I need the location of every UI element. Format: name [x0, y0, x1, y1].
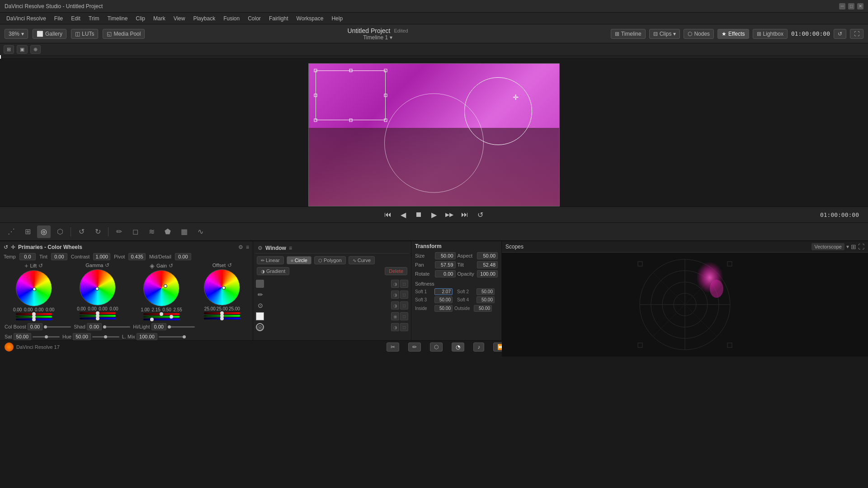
outside-value[interactable]: 50.00 — [474, 305, 492, 312]
prev-frame-button[interactable]: ◀ — [398, 209, 409, 220]
hilight-slider[interactable] — [168, 326, 195, 328]
menu-view[interactable]: View — [170, 14, 189, 23]
gallery-button[interactable]: ⬜ Gallery — [33, 29, 66, 39]
view-btn-2[interactable]: ▣ — [17, 45, 28, 54]
clips-button[interactable]: ⊟ Clips ▾ — [649, 29, 680, 39]
window-expand-icon[interactable]: ≡ — [289, 245, 292, 251]
color-tool-curves[interactable]: ⋰ — [5, 225, 18, 238]
mid-detail-value[interactable]: 0.00 — [175, 253, 191, 260]
tool-visibility-3[interactable]: ◑ — [391, 301, 399, 310]
menu-davinci[interactable]: DaVinci Resolve — [3, 14, 50, 23]
tool-visibility-4[interactable]: ◉ — [391, 312, 399, 320]
tool-option-3[interactable]: □ — [400, 301, 408, 310]
menu-file[interactable]: File — [51, 14, 66, 23]
sat-slider[interactable] — [33, 336, 60, 338]
gamma-slider-b[interactable] — [80, 318, 116, 319]
vectorscope-label[interactable]: Vectorscope — [811, 243, 844, 250]
play-button[interactable]: ▶ — [429, 209, 439, 220]
scope-expand-icon[interactable]: ⛶ — [858, 243, 864, 250]
view-btn-3[interactable]: ⊕ — [30, 45, 41, 54]
soft1-value[interactable]: 2.07 — [434, 288, 453, 295]
delete-window-btn[interactable]: Delete — [385, 267, 407, 275]
effects-button[interactable]: ★ Effects — [717, 29, 749, 39]
color-tool-undo[interactable]: ↺ — [75, 225, 88, 238]
shad-slider[interactable] — [103, 326, 130, 328]
window-settings-icon[interactable]: ⚙ — [258, 245, 263, 251]
scope-layout-icon[interactable]: ⊞ — [851, 243, 856, 250]
soft3-value[interactable]: 50.00 — [434, 296, 453, 303]
lift-reset-icon[interactable]: ↺ — [38, 263, 43, 269]
menu-playback[interactable]: Playback — [189, 14, 219, 23]
hue-value[interactable]: 50.00 — [73, 333, 91, 340]
tool-option-1[interactable]: □ — [400, 280, 408, 288]
col-boost-value[interactable]: 0.00 — [28, 323, 42, 330]
tool-visibility-5[interactable]: ◑ — [391, 323, 399, 331]
zoom-control[interactable]: 38% ▾ — [5, 29, 28, 39]
lmix-value[interactable]: 100.00 — [137, 333, 157, 340]
target-tool-icon[interactable]: ◎ — [256, 323, 264, 331]
pen-tool-icon[interactable]: ✏ — [256, 290, 265, 299]
gradient-shape-btn[interactable]: ◑ Gradient — [257, 267, 289, 275]
primaries-options-icon[interactable]: ⚙ — [238, 244, 243, 250]
color-tool-wave[interactable]: ≋ — [145, 225, 158, 238]
timeline-view-button[interactable]: ⊞ Timeline — [611, 29, 646, 39]
aspect-value[interactable]: 50.00 — [477, 252, 498, 259]
contrast-value[interactable]: 1.000 — [93, 253, 110, 260]
primaries-expand-icon[interactable]: ≡ — [246, 244, 249, 250]
shad-value[interactable]: 0.00 — [87, 323, 102, 330]
color-tool-select[interactable]: ◻ — [128, 225, 142, 238]
menu-trim[interactable]: Trim — [85, 14, 103, 23]
next-frame-button[interactable]: ▶▶ — [444, 209, 455, 220]
minimize-button[interactable]: ─ — [839, 3, 845, 9]
tool-option-4[interactable]: □ — [400, 312, 408, 320]
reset-primaries-icon[interactable]: ↺ — [4, 244, 8, 250]
page-color-btn[interactable]: ◔ — [452, 343, 464, 352]
color-tool-grid[interactable]: ⊞ — [21, 225, 34, 238]
page-fusion-btn[interactable]: ⬡ — [430, 343, 443, 352]
curve-shape-btn[interactable]: ∿ Curve — [349, 256, 375, 264]
lightbox-button[interactable]: ⊞ Lightbox — [753, 29, 788, 39]
offset-slider-b[interactable] — [204, 318, 240, 319]
gamma-reset-icon[interactable]: ↺ — [105, 262, 109, 268]
menu-fusion[interactable]: Fusion — [220, 14, 243, 23]
hue-slider[interactable] — [92, 336, 119, 338]
eyedropper-icon[interactable]: ✛ — [11, 244, 15, 250]
polygon-shape-btn[interactable]: ⬡ Polygon — [314, 256, 346, 264]
eyedropper-tool-icon[interactable]: ⊙ — [256, 301, 265, 310]
lift-add-icon[interactable]: + — [24, 262, 28, 269]
color-tool-hist[interactable]: ▦ — [177, 225, 191, 238]
gain-reset-icon[interactable]: ↺ — [169, 263, 173, 269]
temp-value[interactable]: 0.0 — [19, 253, 36, 260]
size-value[interactable]: 50.00 — [435, 252, 456, 259]
menu-workspace[interactable]: Workspace — [293, 14, 327, 23]
menu-timeline[interactable]: Timeline — [104, 14, 131, 23]
view-btn-1[interactable]: ⊞ — [4, 45, 14, 54]
skip-start-button[interactable]: ⏮ — [382, 209, 393, 220]
tint-value[interactable]: 0.00 — [51, 253, 67, 260]
inside-value[interactable]: 50.00 — [434, 305, 453, 312]
tilt-value[interactable]: 52.48 — [477, 261, 498, 268]
color-tool-hex[interactable]: ⬡ — [53, 225, 67, 238]
menu-clip[interactable]: Clip — [132, 14, 149, 23]
menu-mark[interactable]: Mark — [150, 14, 169, 23]
offset-color-wheel[interactable] — [204, 269, 240, 305]
stop-button[interactable]: ⏹ — [413, 209, 424, 220]
gain-add-icon[interactable]: ◈ — [150, 262, 155, 269]
close-button[interactable]: ✕ — [857, 3, 863, 9]
soft2-value[interactable]: 50.00 — [476, 288, 495, 295]
color-tool-circle[interactable]: ◎ — [37, 225, 51, 238]
media-pool-button[interactable]: ◱ Media Pool — [103, 29, 145, 39]
pan-value[interactable]: 57.59 — [435, 261, 456, 268]
gain-slider-b[interactable] — [143, 319, 179, 320]
lmix-slider[interactable] — [159, 336, 186, 338]
rotate-value[interactable]: 0.00 — [435, 270, 456, 277]
page-fairlight-btn[interactable]: ♪ — [473, 343, 484, 352]
lift-color-wheel[interactable] — [16, 270, 52, 306]
skip-end-button[interactable]: ⏭ — [459, 209, 470, 220]
color-tool-shapes[interactable]: ⬟ — [161, 225, 175, 238]
menu-help[interactable]: Help — [328, 14, 346, 23]
menu-color[interactable]: Color — [244, 14, 264, 23]
luts-button[interactable]: ◫ LUTs — [71, 29, 98, 39]
menu-fairlight[interactable]: Fairlight — [265, 14, 292, 23]
color-tool-wave2[interactable]: ∿ — [193, 225, 207, 238]
